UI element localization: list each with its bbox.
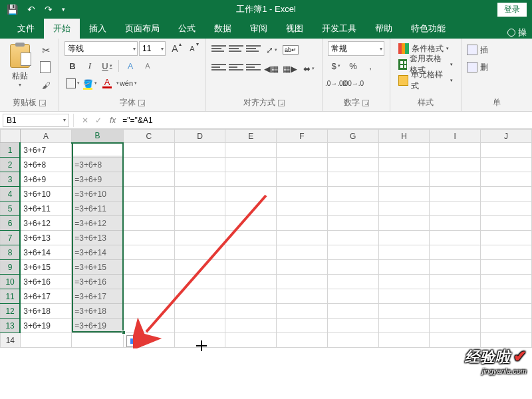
- redo-icon[interactable]: ↷: [45, 4, 53, 15]
- number-format-combo[interactable]: 常规▾: [328, 41, 384, 56]
- row-header-1[interactable]: 1: [1, 143, 21, 158]
- alignment-launcher[interactable]: [278, 100, 285, 106]
- tab-insert[interactable]: 插入: [80, 19, 116, 39]
- cell-D13[interactable]: [174, 319, 225, 333]
- row-header-7[interactable]: 7: [1, 231, 21, 245]
- column-header-A[interactable]: A: [20, 130, 72, 143]
- cell-F9[interactable]: [277, 260, 328, 275]
- tell-me[interactable]: 操: [507, 27, 532, 39]
- column-header-B[interactable]: B: [72, 130, 124, 143]
- cell-F10[interactable]: [277, 275, 328, 289]
- cell-I8[interactable]: [430, 245, 481, 260]
- cell-F13[interactable]: [277, 319, 328, 333]
- cell-I4[interactable]: [430, 187, 481, 201]
- increase-font-button[interactable]: [167, 41, 183, 56]
- font-a-button[interactable]: A: [122, 59, 138, 73]
- cell-H11[interactable]: [378, 289, 430, 304]
- format-painter-button[interactable]: [39, 78, 53, 92]
- cell-C6[interactable]: [123, 216, 174, 231]
- cell-E14[interactable]: [225, 333, 277, 348]
- cell-B9[interactable]: =3+6+15: [72, 260, 124, 275]
- cell-H13[interactable]: [378, 319, 430, 333]
- cell-C4[interactable]: [123, 187, 174, 201]
- decrease-font-button[interactable]: [184, 41, 200, 56]
- cell-A12[interactable]: 3+6+18: [20, 304, 72, 319]
- undo-icon[interactable]: ↶: [27, 4, 35, 15]
- row-header-4[interactable]: 4: [1, 187, 21, 201]
- cell-F4[interactable]: [277, 187, 328, 201]
- row-header-2[interactable]: 2: [1, 158, 21, 172]
- cell-C10[interactable]: [123, 275, 174, 289]
- tab-home[interactable]: 开始: [44, 19, 80, 39]
- tab-review[interactable]: 审阅: [241, 19, 277, 39]
- row-header-14[interactable]: 14: [1, 333, 21, 348]
- cell-F8[interactable]: [277, 245, 328, 260]
- cell-D6[interactable]: [174, 216, 225, 231]
- bold-button[interactable]: B: [65, 59, 80, 73]
- cell-C2[interactable]: [123, 158, 174, 172]
- cell-D7[interactable]: [174, 231, 225, 245]
- cell-C7[interactable]: [123, 231, 174, 245]
- cell-F11[interactable]: [277, 289, 328, 304]
- percent-button[interactable]: %: [345, 59, 361, 73]
- cell-A10[interactable]: 3+6+16: [20, 275, 72, 289]
- row-header-11[interactable]: 11: [1, 289, 21, 304]
- qat-customize-icon[interactable]: ▾: [62, 6, 65, 13]
- cell-C12[interactable]: [123, 304, 174, 319]
- cell-B4[interactable]: =3+6+10: [72, 187, 124, 201]
- cell-D12[interactable]: [174, 304, 225, 319]
- cell-I6[interactable]: [430, 216, 481, 231]
- cell-A1[interactable]: 3+6+7: [20, 143, 72, 158]
- tab-file[interactable]: 文件: [8, 19, 44, 39]
- cell-H5[interactable]: [378, 201, 430, 216]
- cell-B1[interactable]: =3+6+7: [72, 143, 124, 158]
- cell-A6[interactable]: 3+6+12: [20, 216, 72, 231]
- cell-C1[interactable]: [123, 143, 174, 158]
- cell-A5[interactable]: 3+6+11: [20, 201, 72, 216]
- align-top-button[interactable]: [211, 43, 226, 55]
- cell-D3[interactable]: [174, 172, 225, 187]
- cell-G12[interactable]: [327, 304, 378, 319]
- column-header-J[interactable]: J: [481, 130, 532, 143]
- increase-indent-button[interactable]: ▦▶: [282, 61, 298, 76]
- cell-E4[interactable]: [225, 187, 277, 201]
- cell-F7[interactable]: [277, 231, 328, 245]
- cell-F14[interactable]: [277, 333, 328, 348]
- cell-D10[interactable]: [174, 275, 225, 289]
- tab-formulas[interactable]: 公式: [169, 19, 205, 39]
- cell-J6[interactable]: [481, 216, 532, 231]
- column-header-C[interactable]: C: [123, 130, 174, 143]
- cell-H12[interactable]: [378, 304, 430, 319]
- align-bottom-button[interactable]: [246, 43, 261, 55]
- cell-E1[interactable]: [225, 143, 277, 158]
- cell-B12[interactable]: =3+6+18: [72, 304, 124, 319]
- cell-G1[interactable]: [327, 143, 378, 158]
- cell-A11[interactable]: 3+6+17: [20, 289, 72, 304]
- cell-E8[interactable]: [225, 245, 277, 260]
- cell-C5[interactable]: [123, 201, 174, 216]
- cell-D9[interactable]: [174, 260, 225, 275]
- cell-G11[interactable]: [327, 289, 378, 304]
- cell-I10[interactable]: [430, 275, 481, 289]
- column-header-G[interactable]: G: [327, 130, 378, 143]
- tab-data[interactable]: 数据: [205, 19, 241, 39]
- delete-cells-button[interactable]: 删: [467, 60, 527, 74]
- comma-button[interactable]: ,: [362, 59, 378, 73]
- cell-B5[interactable]: =3+6+11: [72, 201, 124, 216]
- cell-D8[interactable]: [174, 245, 225, 260]
- cell-D2[interactable]: [174, 158, 225, 172]
- merge-button[interactable]: ⬌▾: [301, 61, 317, 76]
- cell-D5[interactable]: [174, 201, 225, 216]
- cell-G3[interactable]: [327, 172, 378, 187]
- align-middle-button[interactable]: [229, 43, 243, 55]
- insert-cells-button[interactable]: 插: [467, 43, 527, 57]
- cell-G2[interactable]: [327, 158, 378, 172]
- column-header-E[interactable]: E: [225, 130, 277, 143]
- cell-E13[interactable]: [225, 319, 277, 333]
- cell-J4[interactable]: [481, 187, 532, 201]
- cell-J5[interactable]: [481, 201, 532, 216]
- cell-G13[interactable]: [327, 319, 378, 333]
- fill-color-button[interactable]: 🪣▾: [82, 76, 98, 90]
- cell-D14[interactable]: [174, 333, 225, 348]
- cut-button[interactable]: [39, 44, 53, 57]
